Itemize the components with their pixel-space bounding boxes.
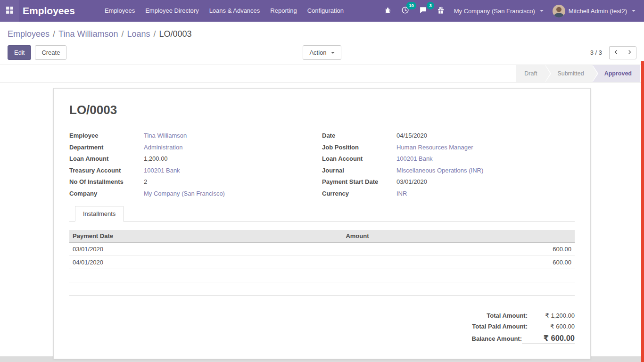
caret-down-icon [540,10,544,12]
page: Employees Employees Employee Directory L… [0,0,644,362]
edit-button[interactable]: Edit [8,45,31,60]
pager-counter: 3 / 3 [590,49,602,56]
field-label-treasury-account: Treasury Account [69,165,144,177]
field-value-company[interactable]: My Company (San Francisco) [144,188,225,200]
chat-icon [419,6,427,16]
table-footer-rule [69,282,575,296]
table-row[interactable]: 03/01/2020 600.00 [69,242,575,255]
menu-item-configuration[interactable]: Configuration [302,0,349,22]
control-panel-center: Action [215,45,429,60]
pager-previous-button[interactable] [609,46,623,59]
table-row[interactable]: 04/01/2020 600.00 [69,255,575,269]
field-value-loan-account[interactable]: 100201 Bank [396,153,433,165]
menu-item-employees[interactable]: Employees [99,0,140,22]
field-label-employee: Employee [69,130,144,142]
messages-button[interactable]: 3 [417,4,429,17]
navbar-left: Employees Employees Employee Directory L… [0,0,349,22]
form-sheet: LO/0003 EmployeeTina Williamson Departme… [53,88,591,359]
user-avatar [553,5,565,17]
cell-amount: 600.00 [342,242,575,255]
status-step-draft[interactable]: Draft [516,65,545,82]
user-menu[interactable]: Mitchell Admin (test2) [551,5,637,17]
breadcrumb-tina-williamson[interactable]: Tina Williamson [58,29,118,39]
statusbar: Draft Submitted Approved [0,65,644,82]
main-content: Employees/Tina Williamson/Loans/LO/0003 … [0,22,644,356]
field-label-loan-account: Loan Account [322,153,396,165]
field-label-journal: Journal [322,165,396,177]
table-empty-row [69,269,575,282]
total-amount-label: Total Amount: [487,312,528,319]
tab-installments[interactable]: Installments [75,206,124,222]
pager: 3 / 3 [429,46,636,59]
pager-next-button[interactable] [623,46,636,59]
field-column-left: EmployeeTina Williamson DepartmentAdmini… [69,130,322,199]
menu-item-loans-advances[interactable]: Loans & Advances [204,0,265,22]
breadcrumb-separator: / [53,29,55,39]
caret-down-icon [331,52,335,54]
action-menu-button[interactable]: Action [303,45,341,60]
record-title: LO/0003 [69,103,575,117]
navbar-right: 10 3 My Company (San Francisco) [382,4,637,17]
field-value-currency[interactable]: INR [396,188,407,200]
field-label-job-position: Job Position [322,142,396,154]
breadcrumb-employees[interactable]: Employees [8,29,50,39]
balance-amount-label: Balance Amount: [472,335,522,342]
menu-item-reporting[interactable]: Reporting [265,0,302,22]
table-header-row: Payment Date Amount [69,230,575,242]
status-step-submitted[interactable]: Submitted [545,65,592,82]
scrollbar-thumb[interactable] [641,61,644,362]
apps-grid-icon [6,6,14,16]
cell-payment-date: 04/01/2020 [69,255,342,269]
breadcrumb-loans[interactable]: Loans [127,29,150,39]
field-label-date: Date [322,130,396,142]
field-value-treasury-account[interactable]: 100201 Bank [144,165,180,177]
column-header-amount[interactable]: Amount [342,230,575,242]
field-value-employee[interactable]: Tina Williamson [144,130,187,142]
app-title: Employees [23,5,75,16]
field-label-installments-count: No Of Installments [69,176,144,188]
field-label-payment-start-date: Payment Start Date [322,176,396,188]
total-amount-row: Total Amount: ₹ 1,200.00 [419,310,575,321]
column-header-payment-date[interactable]: Payment Date [69,230,342,242]
field-label-loan-amount: Loan Amount [69,153,144,165]
activities-badge: 10 [406,2,416,9]
messages-badge: 3 [427,2,434,9]
field-group: EmployeeTina Williamson DepartmentAdmini… [69,130,575,199]
cell-amount: 600.00 [342,255,575,269]
statusbar-steps: Draft Submitted Approved [516,65,640,82]
debug-mode-button[interactable] [382,5,394,17]
apps-menu-button[interactable] [0,0,19,22]
activities-button[interactable]: 10 [399,4,412,17]
field-column-right: Date04/15/2020 Job PositionHuman Resourc… [322,130,575,199]
installments-table: Payment Date Amount 03/01/2020 600.00 04… [69,230,575,282]
company-switcher[interactable]: My Company (San Francisco) [452,8,545,15]
chevron-left-icon [614,49,619,56]
field-value-job-position[interactable]: Human Resources Manager [396,142,473,154]
balance-amount-value: ₹ 600.00 [522,334,575,344]
field-value-date: 04/15/2020 [396,130,427,142]
status-step-approved[interactable]: Approved [592,65,640,82]
field-value-journal[interactable]: Miscellaneous Operations (INR) [396,165,483,177]
field-label-department: Department [69,142,144,154]
field-value-payment-start-date: 03/01/2020 [396,176,427,188]
field-value-loan-amount: 1,200.00 [144,153,168,165]
menu-item-employee-directory[interactable]: Employee Directory [140,0,204,22]
total-amount-value: ₹ 1,200.00 [528,312,575,319]
chevron-right-icon [627,49,632,56]
pager-buttons [609,46,636,59]
field-label-currency: Currency [322,188,396,200]
create-button[interactable]: Create [35,45,66,60]
control-panel: Edit Create Action 3 / 3 [0,42,644,65]
caret-down-icon [632,10,636,12]
field-value-department[interactable]: Administration [144,142,182,154]
announcements-button[interactable] [435,5,447,17]
field-value-installments-count: 2 [144,176,147,188]
cell-payment-date: 03/01/2020 [69,242,342,255]
totals-footer: Total Amount: ₹ 1,200.00 Total Paid Amou… [419,310,575,346]
gift-icon [437,7,445,16]
breadcrumb-separator: / [121,29,124,39]
total-paid-value: ₹ 600.00 [528,323,575,330]
total-paid-label: Total Paid Amount: [472,323,528,330]
main-menu: Employees Employee Directory Loans & Adv… [99,0,349,22]
user-name: Mitchell Admin (test2) [569,8,627,15]
